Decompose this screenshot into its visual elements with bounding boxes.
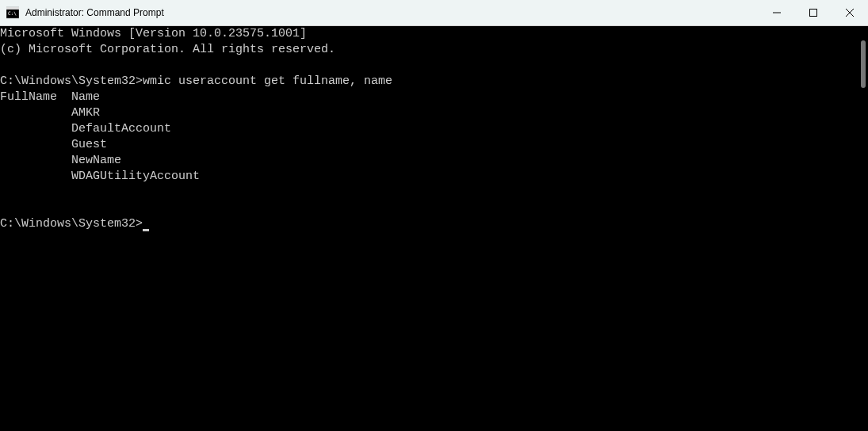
scrollbar-thumb[interactable] bbox=[861, 40, 866, 88]
command-prompt-window: C:\ Administrator: Command Prompt Micros… bbox=[0, 0, 868, 431]
output-row: Guest bbox=[0, 138, 107, 151]
minimize-button[interactable] bbox=[759, 0, 795, 25]
svg-rect-4 bbox=[810, 10, 817, 17]
command-prompt-icon: C:\ bbox=[6, 6, 19, 19]
window-title: Administrator: Command Prompt bbox=[25, 7, 759, 18]
prompt-path: C:\Windows\System32> bbox=[0, 217, 143, 231]
titlebar: C:\ Administrator: Command Prompt bbox=[0, 0, 868, 26]
terminal-output: Microsoft Windows [Version 10.0.23575.10… bbox=[0, 26, 868, 232]
output-header: FullName Name bbox=[0, 90, 100, 104]
terminal-area[interactable]: Microsoft Windows [Version 10.0.23575.10… bbox=[0, 26, 868, 431]
output-row: NewName bbox=[0, 154, 121, 167]
output-row: DefaultAccount bbox=[0, 122, 171, 135]
prompt-path: C:\Windows\System32> bbox=[0, 74, 143, 88]
maximize-button[interactable] bbox=[795, 0, 832, 25]
output-row: AMKR bbox=[0, 106, 100, 120]
svg-rect-1 bbox=[6, 7, 19, 10]
banner-line: Microsoft Windows [Version 10.0.23575.10… bbox=[0, 27, 307, 40]
banner-line: (c) Microsoft Corporation. All rights re… bbox=[0, 43, 335, 56]
window-controls bbox=[759, 0, 868, 25]
svg-text:C:\: C:\ bbox=[8, 10, 17, 16]
command-text: wmic useraccount get fullname, name bbox=[143, 74, 392, 88]
terminal-cursor bbox=[143, 229, 149, 231]
close-button[interactable] bbox=[832, 0, 868, 25]
output-row: WDAGUtilityAccount bbox=[0, 170, 200, 183]
scrollbar-track[interactable] bbox=[855, 26, 868, 431]
